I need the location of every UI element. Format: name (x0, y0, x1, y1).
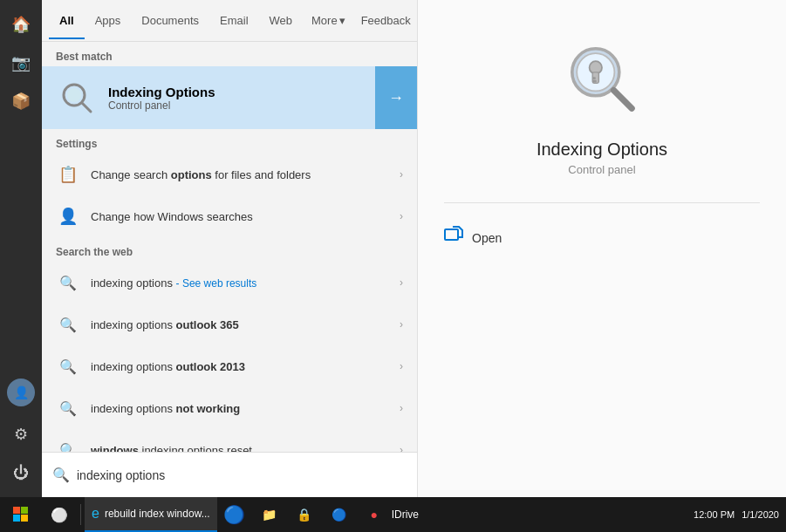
tab-email[interactable]: Email (209, 3, 259, 39)
open-label: Open (472, 231, 502, 245)
best-match-arrow[interactable]: → (375, 66, 417, 129)
web-item-1-text: indexing options - See web results (91, 276, 400, 290)
sidebar-item-apps[interactable]: 📦 (3, 84, 38, 119)
sidebar-item-power[interactable]: ⏻ (3, 455, 38, 490)
chevron-right-icon: › (400, 360, 403, 372)
svg-line-5 (614, 91, 632, 109)
search-web-icon: 🔍 (56, 354, 80, 379)
list-item[interactable]: 🔍 indexing options - See web results › (42, 262, 417, 304)
taskbar-divider (80, 504, 81, 525)
svg-rect-11 (13, 507, 20, 514)
detail-panel: Indexing Options Control panel Open (417, 0, 786, 497)
windows-search-icon: 👤 (56, 204, 80, 228)
search-input[interactable] (77, 468, 407, 482)
web-item-2-text: indexing options outlook 365 (91, 318, 400, 331)
search-web-icon: 🔍 (56, 270, 80, 295)
search-web-icon: 🔍 (56, 396, 80, 420)
user-avatar[interactable]: 👤 (7, 379, 35, 406)
tab-more[interactable]: More ▾ (303, 3, 354, 38)
taskbar-app-label: rebuild index window... (105, 508, 210, 520)
chevron-right-icon: › (400, 444, 403, 452)
web-item-3-text: indexing options outlook 2013 (91, 360, 400, 373)
sidebar-item-home[interactable]: 🏠 (3, 7, 38, 42)
sidebar: 🏠 📷 📦 👤 ⚙ ⏻ (0, 0, 42, 497)
best-match-text: Indexing Options Control panel (108, 85, 403, 112)
taskbar-app-ie[interactable]: e rebuild index window... (85, 497, 217, 532)
svg-rect-12 (21, 507, 28, 514)
list-item[interactable]: 🔍 windows indexing options reset › (42, 429, 417, 452)
web-search-label: Search the web (42, 237, 417, 262)
search-icon: 🔍 (52, 467, 70, 483)
search-panel: All Apps Documents Email Web More ▾ Feed… (42, 0, 417, 497)
detail-divider (444, 202, 760, 203)
results-list: Best match Indexing Options Control pane… (42, 42, 417, 452)
svg-line-1 (82, 103, 91, 112)
chevron-right-icon: › (400, 402, 403, 414)
svg-rect-10 (445, 229, 458, 240)
svg-rect-13 (13, 515, 20, 522)
sidebar-item-photos[interactable]: 📷 (3, 45, 38, 80)
taskbar-icon-3[interactable]: 🔒 (287, 497, 322, 532)
svg-rect-14 (21, 515, 28, 522)
best-match-label: Best match (42, 42, 417, 66)
settings-label: Settings (42, 129, 417, 153)
sidebar-item-settings[interactable]: ⚙ (3, 417, 38, 452)
taskbar-date: 1/1/2020 (742, 509, 779, 520)
svg-rect-9 (592, 80, 597, 83)
list-item[interactable]: 🔍 indexing options outlook 2013 › (42, 345, 417, 387)
feedback-button[interactable]: Feedback (354, 10, 418, 31)
best-match-subtitle: Control panel (108, 99, 403, 112)
tab-all[interactable]: All (49, 3, 85, 39)
taskbar-idrive-icon[interactable]: ● (357, 497, 392, 532)
tab-apps[interactable]: Apps (85, 3, 132, 39)
search-options-icon: 📋 (56, 162, 80, 187)
open-action[interactable]: Open (444, 221, 502, 255)
chevron-right-icon: › (400, 210, 403, 222)
tab-documents[interactable]: Documents (131, 3, 209, 39)
best-match-title: Indexing Options (108, 85, 403, 99)
chevron-right-icon: › (400, 168, 403, 181)
detail-title: Indexing Options (537, 140, 667, 160)
ie-icon: e (92, 506, 99, 522)
tabs-bar: All Apps Documents Email Web More ▾ Feed… (42, 0, 417, 42)
taskbar-explorer-icon[interactable]: 📁 (252, 497, 287, 532)
chevron-right-icon: › (400, 276, 403, 289)
taskbar-icon-4[interactable]: 🔵 (322, 497, 357, 532)
search-web-icon: 🔍 (56, 438, 80, 452)
taskbar-time: 12:00 PM (694, 509, 735, 520)
web-item-5-text: windows indexing options reset (91, 444, 400, 453)
list-item[interactable]: 👤 Change how Windows searches › (42, 195, 417, 237)
detail-icon-area (550, 35, 654, 122)
chevron-right-icon: › (400, 318, 403, 331)
start-button[interactable] (0, 497, 42, 532)
list-item[interactable]: 📋 Change search options for files and fo… (42, 153, 417, 195)
chevron-down-icon: ▾ (339, 14, 345, 27)
list-item[interactable]: 🔍 indexing options not working › (42, 387, 417, 429)
detail-subtitle: Control panel (568, 163, 635, 176)
open-icon (444, 226, 463, 249)
svg-rect-8 (592, 77, 596, 79)
taskbar-chrome-icon[interactable]: 🔵 (217, 497, 252, 532)
taskbar: ⚪ e rebuild index window... 🔵 📁 🔒 🔵 ● ID… (0, 497, 786, 532)
search-bar: 🔍 (42, 452, 417, 497)
tab-web[interactable]: Web (259, 3, 304, 39)
best-match-icon (56, 77, 98, 119)
taskbar-search-icon[interactable]: ⚪ (42, 497, 77, 532)
list-item[interactable]: 🔍 indexing options outlook 365 › (42, 304, 417, 345)
taskbar-right: 12:00 PM 1/1/2020 (694, 509, 786, 520)
best-match-item[interactable]: Indexing Options Control panel → (42, 66, 417, 129)
settings-item-1-text: Change search options for files and fold… (91, 168, 400, 181)
settings-item-2-text: Change how Windows searches (91, 210, 400, 223)
web-item-4-text: indexing options not working (91, 402, 400, 415)
svg-point-2 (67, 88, 81, 102)
search-web-icon: 🔍 (56, 312, 80, 337)
taskbar-idrive-label: IDrive (392, 508, 419, 521)
